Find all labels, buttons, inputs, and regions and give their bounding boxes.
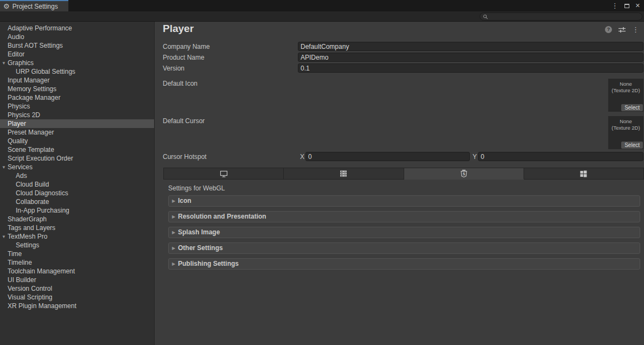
hotspot-y-label: Y	[473, 153, 477, 161]
foldout-label: Publishing Settings	[178, 260, 239, 267]
sidebar-item[interactable]: ▼ XR Plugin Management	[0, 302, 154, 310]
sidebar-item-label: Toolchain Management	[8, 267, 75, 275]
object-field-value: None	[608, 81, 643, 87]
sidebar-item[interactable]: ▼ Adaptive Performance	[0, 24, 154, 33]
sidebar-item[interactable]: ▼ ShaderGraph	[0, 215, 154, 223]
sidebar-item[interactable]: ▼ Time	[0, 250, 154, 258]
window-titlebar: ⚙ Project Settings ⋮ ✕	[0, 0, 644, 11]
object-field-type: (Texture 2D)	[608, 125, 643, 131]
foldout-collapsed-icon: ▶	[172, 196, 175, 206]
platform-tab-desktop[interactable]	[163, 168, 284, 180]
page-title: Player	[163, 23, 194, 35]
help-icon[interactable]: ?	[605, 26, 612, 33]
sidebar-item[interactable]: ▼ Ads	[0, 171, 154, 180]
sidebar-item[interactable]: ▼ Cloud Build	[0, 180, 154, 189]
sidebar-item-label: Time	[8, 250, 22, 258]
sidebar-item-label: Burst AOT Settings	[8, 42, 63, 49]
sidebar-item[interactable]: ▼ Scene Template	[0, 145, 154, 154]
sidebar-item[interactable]: ▼ Input Manager	[0, 76, 154, 85]
platform-tabbar: 5	[163, 168, 644, 180]
panel-menu-icon[interactable]: ⋮	[632, 26, 639, 33]
sidebar-item[interactable]: ▼ Visual Scripting	[0, 293, 154, 302]
sidebar-item-label: Timeline	[8, 259, 32, 266]
foldout-section-header[interactable]: ▶ Other Settings	[168, 242, 640, 254]
sidebar-item[interactable]: ▼ Graphics	[0, 59, 154, 67]
sidebar-item[interactable]: ▼ Tags and Layers	[0, 223, 154, 232]
sidebar-item-label: Memory Settings	[8, 85, 56, 93]
sidebar-item-label: Input Manager	[8, 76, 49, 84]
sidebar-item[interactable]: ▼ Services	[0, 163, 154, 171]
maximize-icon[interactable]	[624, 4, 629, 8]
sidebar-item[interactable]: ▼ Preset Manager	[0, 128, 154, 137]
sidebar-item-label: Package Manager	[8, 94, 60, 101]
sidebar-item-label: Audio	[8, 33, 24, 41]
product-name-label: Product Name	[163, 54, 205, 61]
foldout-open-icon: ▼	[2, 163, 6, 172]
sidebar-item[interactable]: ▼ Physics	[0, 102, 154, 111]
object-field-value: None	[608, 118, 643, 125]
object-field-type: (Texture 2D)	[608, 87, 643, 94]
foldout-label: Other Settings	[178, 244, 223, 252]
sidebar-item[interactable]: ▼ Settings	[0, 241, 154, 250]
sidebar-item[interactable]: ▼ Toolchain Management	[0, 267, 154, 276]
sidebar-item-label: UI Builder	[8, 276, 36, 284]
server-icon	[340, 170, 347, 177]
select-button[interactable]: Select	[621, 104, 643, 111]
sidebar-item[interactable]: ▼ Cloud Diagnostics	[0, 189, 154, 197]
html5-icon: 5	[461, 170, 467, 178]
version-label: Version	[163, 65, 184, 72]
default-icon-object-field[interactable]: None (Texture 2D) Select	[608, 79, 643, 112]
sidebar-item[interactable]: ▼ Package Manager	[0, 93, 154, 102]
window-menu-icon[interactable]: ⋮	[611, 2, 619, 9]
search-input[interactable]	[490, 14, 642, 20]
sidebar-item-label: Adaptive Performance	[8, 24, 72, 32]
foldout-collapsed-icon: ▶	[172, 259, 175, 269]
version-field[interactable]	[298, 63, 643, 73]
gear-icon: ⚙	[3, 3, 10, 10]
sidebar-item-label: URP Global Settings	[16, 68, 75, 75]
sidebar-item[interactable]: ▼ Memory Settings	[0, 85, 154, 93]
project-settings-tab[interactable]: ⚙ Project Settings	[0, 0, 68, 11]
sidebar-item[interactable]: ▼ Quality	[0, 137, 154, 145]
platform-tab-dedicated-server[interactable]	[284, 168, 404, 180]
sidebar-item[interactable]: ▼ In-App Purchasing	[0, 206, 154, 215]
search-box[interactable]	[480, 12, 642, 21]
select-button[interactable]: Select	[621, 142, 643, 149]
default-cursor-label: Default Cursor	[163, 117, 205, 125]
foldout-label: Icon	[178, 197, 192, 205]
sidebar-item-label: Version Control	[8, 285, 52, 292]
hotspot-x-field[interactable]	[305, 152, 470, 161]
cursor-hotspot-label: Cursor Hotspot	[163, 153, 207, 161]
company-name-field[interactable]	[298, 42, 643, 51]
sidebar-item[interactable]: ▼ Audio	[0, 33, 154, 41]
product-name-field[interactable]	[298, 53, 643, 62]
monitor-icon	[220, 170, 228, 177]
sidebar-item-label: TextMesh Pro	[8, 233, 47, 240]
sidebar-item[interactable]: ▼ Physics 2D	[0, 111, 154, 119]
sidebar-item-label: Cloud Diagnostics	[16, 189, 68, 197]
sidebar-item[interactable]: ▼ Collaborate	[0, 197, 154, 206]
sidebar-item[interactable]: ▼ UI Builder	[0, 276, 154, 284]
platform-tab-webgl[interactable]: 5	[404, 168, 524, 180]
platform-tab-windows[interactable]	[524, 168, 644, 180]
sidebar-item-label: Collaborate	[16, 198, 49, 206]
close-icon[interactable]: ✕	[635, 3, 640, 9]
sidebar-item[interactable]: ▼ TextMesh Pro	[0, 232, 154, 241]
presets-icon[interactable]	[618, 27, 626, 33]
default-icon-label: Default Icon	[163, 80, 197, 87]
sidebar-item[interactable]: ▼ Script Execution Order	[0, 154, 154, 163]
sidebar-item[interactable]: ▼ Burst AOT Settings	[0, 41, 154, 50]
foldout-section-header[interactable]: ▶ Icon	[168, 195, 640, 207]
foldout-section-header[interactable]: ▶ Publishing Settings	[168, 258, 640, 270]
hotspot-y-field[interactable]	[478, 152, 643, 161]
company-name-label: Company Name	[163, 43, 210, 50]
sidebar-item[interactable]: ▼ Player	[0, 119, 154, 128]
sidebar-item[interactable]: ▼ Version Control	[0, 284, 154, 293]
foldout-section-header[interactable]: ▶ Splash Image	[168, 227, 640, 238]
default-cursor-object-field[interactable]: None (Texture 2D) Select	[608, 116, 643, 149]
sidebar-item[interactable]: ▼ Timeline	[0, 258, 154, 267]
sidebar-item-label: Visual Scripting	[8, 293, 53, 301]
foldout-section-header[interactable]: ▶ Resolution and Presentation	[168, 211, 640, 222]
sidebar-item[interactable]: ▼ Editor	[0, 50, 154, 59]
sidebar-item[interactable]: ▼ URP Global Settings	[0, 67, 154, 76]
